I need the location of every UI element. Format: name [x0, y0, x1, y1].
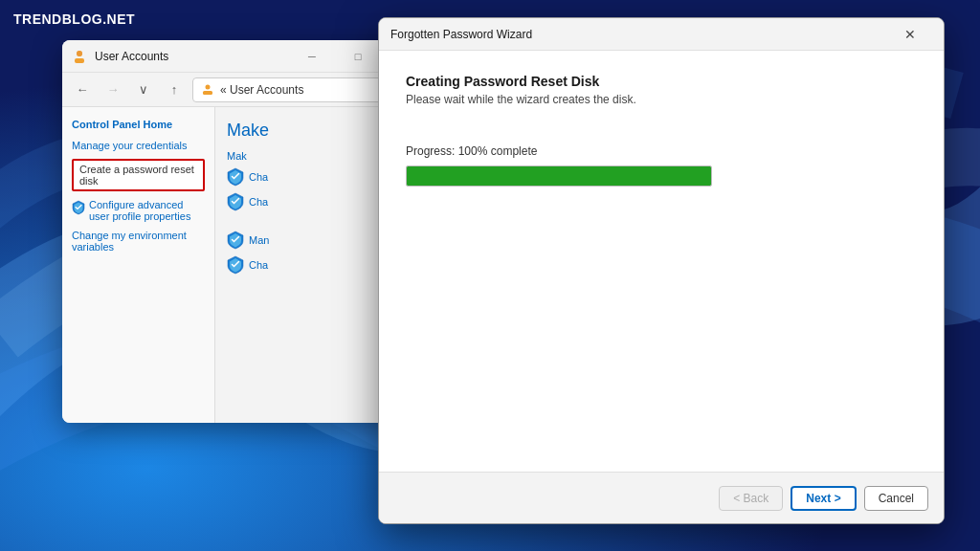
dialog-footer: < Back Next > Cancel [379, 472, 944, 523]
progress-bar-container [406, 165, 712, 187]
address-text: « User Accounts [220, 83, 303, 97]
shield-icon-main-4 [227, 255, 244, 275]
maximize-button[interactable]: □ [336, 40, 380, 73]
configure-profile-link[interactable]: Configure advanced user profile properti… [89, 199, 205, 222]
next-button[interactable]: Next > [791, 486, 856, 511]
shield-icon-configure [72, 200, 85, 215]
dialog-main-heading: Creating Password Reset Disk [406, 74, 917, 89]
shield-icon-main-2 [227, 192, 244, 211]
dialog-close-button[interactable]: ✕ [888, 18, 932, 51]
back-button[interactable]: < Back [719, 486, 783, 511]
shield-icon-main-3 [227, 231, 244, 250]
change-environment-link[interactable]: Change my environment variables [72, 230, 205, 253]
watermark: TRENDBLOG.NET [13, 11, 135, 27]
sidebar-heading: Control Panel Home [72, 119, 205, 130]
configure-profile-item: Configure advanced user profile properti… [72, 199, 205, 222]
shield-icon-main-1 [227, 167, 244, 187]
address-icon [201, 83, 214, 97]
dialog-titlebar: Forgotten Password Wizard ✕ [379, 18, 944, 51]
svg-rect-2 [75, 58, 84, 63]
dialog-title: Forgotten Password Wizard [390, 28, 888, 41]
forward-button[interactable]: → [100, 77, 125, 102]
user-accounts-title: User Accounts [95, 50, 282, 63]
back-button[interactable]: ← [70, 77, 95, 102]
dialog-body: Creating Password Reset Disk Please wait… [379, 51, 944, 187]
main-item-text-4[interactable]: Man [249, 234, 269, 246]
dropdown-button[interactable]: ∨ [131, 77, 156, 102]
dialog-subtitle: Please wait while the wizard creates the… [406, 93, 917, 106]
minimize-button[interactable]: ─ [290, 40, 334, 73]
main-item-text-5[interactable]: Cha [249, 259, 268, 271]
svg-rect-5 [203, 91, 212, 95]
progress-section: Progress: 100% complete [406, 144, 917, 187]
window-icon [72, 49, 87, 64]
progress-label: Progress: 100% complete [406, 144, 917, 158]
forgotten-password-wizard: Forgotten Password Wizard ✕ Creating Pas… [378, 17, 945, 524]
svg-point-3 [77, 51, 82, 56]
main-item-text-3[interactable]: Cha [249, 196, 268, 208]
svg-point-4 [206, 84, 211, 89]
manage-credentials-link[interactable]: Manage your credentials [72, 140, 205, 151]
cancel-button[interactable]: Cancel [864, 486, 928, 511]
sidebar: Control Panel Home Manage your credentia… [62, 107, 215, 423]
up-button[interactable]: ↑ [162, 77, 187, 102]
create-password-reset-disk-link[interactable]: Create a password reset disk [72, 159, 205, 191]
main-item-text-2[interactable]: Cha [249, 171, 268, 183]
progress-bar-fill [407, 166, 711, 186]
